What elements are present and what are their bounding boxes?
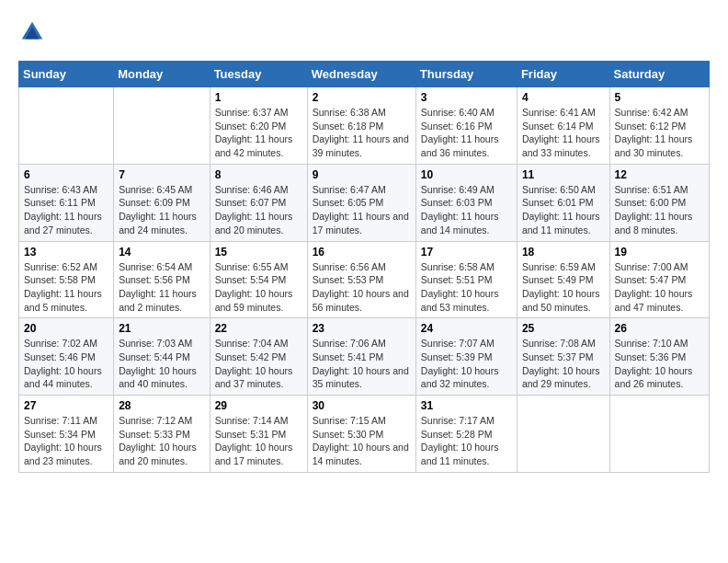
day-detail: Sunrise: 6:50 AMSunset: 6:01 PMDaylight:… bbox=[522, 184, 600, 236]
day-cell: 30Sunrise: 7:15 AMSunset: 5:30 PMDayligh… bbox=[307, 396, 415, 473]
day-cell: 22Sunrise: 7:04 AMSunset: 5:42 PMDayligh… bbox=[210, 318, 307, 396]
day-cell: 26Sunrise: 7:10 AMSunset: 5:36 PMDayligh… bbox=[609, 318, 709, 396]
day-cell: 20Sunrise: 7:02 AMSunset: 5:46 PMDayligh… bbox=[19, 318, 114, 396]
day-detail: Sunrise: 6:51 AMSunset: 6:00 PMDaylight:… bbox=[615, 184, 693, 236]
day-detail: Sunrise: 6:49 AMSunset: 6:03 PMDaylight:… bbox=[421, 184, 499, 236]
day-detail: Sunrise: 7:15 AMSunset: 5:30 PMDaylight:… bbox=[313, 415, 409, 466]
day-detail: Sunrise: 7:03 AMSunset: 5:44 PMDaylight:… bbox=[119, 338, 197, 389]
calendar-header-row: SundayMondayTuesdayWednesdayThursdayFrid… bbox=[19, 62, 710, 87]
logo bbox=[18, 18, 50, 46]
day-cell: 5Sunrise: 6:42 AMSunset: 6:12 PMDaylight… bbox=[609, 87, 709, 165]
day-number: 26 bbox=[615, 322, 704, 335]
calendar: SundayMondayTuesdayWednesdayThursdayFrid… bbox=[18, 61, 710, 473]
day-header-thursday: Thursday bbox=[415, 62, 517, 87]
day-detail: Sunrise: 6:38 AMSunset: 6:18 PMDaylight:… bbox=[313, 107, 409, 158]
day-number: 3 bbox=[421, 91, 512, 104]
day-cell: 10Sunrise: 6:49 AMSunset: 6:03 PMDayligh… bbox=[415, 164, 517, 241]
day-number: 28 bbox=[119, 399, 204, 412]
day-number: 22 bbox=[215, 322, 302, 335]
day-number: 30 bbox=[313, 399, 411, 412]
day-detail: Sunrise: 6:37 AMSunset: 6:20 PMDaylight:… bbox=[215, 107, 293, 158]
day-cell: 19Sunrise: 7:00 AMSunset: 5:47 PMDayligh… bbox=[609, 241, 709, 318]
day-cell: 28Sunrise: 7:12 AMSunset: 5:33 PMDayligh… bbox=[114, 396, 210, 473]
day-header-tuesday: Tuesday bbox=[210, 62, 307, 87]
day-cell: 14Sunrise: 6:54 AMSunset: 5:56 PMDayligh… bbox=[114, 241, 210, 318]
week-row-2: 6Sunrise: 6:43 AMSunset: 6:11 PMDaylight… bbox=[19, 164, 710, 241]
day-cell: 23Sunrise: 7:06 AMSunset: 5:41 PMDayligh… bbox=[307, 318, 415, 396]
day-cell: 16Sunrise: 6:56 AMSunset: 5:53 PMDayligh… bbox=[307, 241, 415, 318]
day-detail: Sunrise: 6:52 AMSunset: 5:58 PMDaylight:… bbox=[24, 261, 102, 313]
day-number: 11 bbox=[522, 168, 605, 181]
day-cell: 9Sunrise: 6:47 AMSunset: 6:05 PMDaylight… bbox=[307, 164, 415, 241]
day-cell: 27Sunrise: 7:11 AMSunset: 5:34 PMDayligh… bbox=[19, 396, 114, 473]
day-detail: Sunrise: 6:43 AMSunset: 6:11 PMDaylight:… bbox=[24, 184, 102, 236]
day-detail: Sunrise: 6:45 AMSunset: 6:09 PMDaylight:… bbox=[119, 184, 197, 236]
day-number: 23 bbox=[313, 322, 411, 335]
day-number: 19 bbox=[615, 246, 704, 259]
day-detail: Sunrise: 7:08 AMSunset: 5:37 PMDaylight:… bbox=[522, 338, 600, 389]
day-detail: Sunrise: 7:11 AMSunset: 5:34 PMDaylight:… bbox=[24, 415, 102, 466]
day-header-sunday: Sunday bbox=[19, 62, 114, 87]
day-cell: 7Sunrise: 6:45 AMSunset: 6:09 PMDaylight… bbox=[114, 164, 210, 241]
day-cell: 4Sunrise: 6:41 AMSunset: 6:14 PMDaylight… bbox=[517, 87, 609, 165]
day-number: 21 bbox=[119, 322, 204, 335]
day-cell: 29Sunrise: 7:14 AMSunset: 5:31 PMDayligh… bbox=[210, 396, 307, 473]
day-cell: 25Sunrise: 7:08 AMSunset: 5:37 PMDayligh… bbox=[517, 318, 609, 396]
day-number: 9 bbox=[313, 168, 411, 181]
day-number: 5 bbox=[615, 91, 704, 104]
week-row-1: 1Sunrise: 6:37 AMSunset: 6:20 PMDaylight… bbox=[19, 87, 710, 165]
day-cell: 21Sunrise: 7:03 AMSunset: 5:44 PMDayligh… bbox=[114, 318, 210, 396]
day-cell bbox=[517, 396, 609, 473]
day-detail: Sunrise: 6:58 AMSunset: 5:51 PMDaylight:… bbox=[421, 261, 499, 313]
day-number: 31 bbox=[421, 399, 512, 412]
day-number: 24 bbox=[421, 322, 512, 335]
day-number: 14 bbox=[119, 246, 204, 259]
day-detail: Sunrise: 6:42 AMSunset: 6:12 PMDaylight:… bbox=[615, 107, 693, 158]
day-cell bbox=[114, 87, 210, 165]
week-row-5: 27Sunrise: 7:11 AMSunset: 5:34 PMDayligh… bbox=[19, 396, 710, 473]
day-detail: Sunrise: 7:12 AMSunset: 5:33 PMDaylight:… bbox=[119, 415, 197, 466]
day-number: 4 bbox=[522, 91, 605, 104]
day-cell: 17Sunrise: 6:58 AMSunset: 5:51 PMDayligh… bbox=[415, 241, 517, 318]
day-detail: Sunrise: 6:41 AMSunset: 6:14 PMDaylight:… bbox=[522, 107, 600, 158]
day-detail: Sunrise: 7:17 AMSunset: 5:28 PMDaylight:… bbox=[421, 415, 499, 466]
day-number: 29 bbox=[215, 399, 302, 412]
day-cell: 6Sunrise: 6:43 AMSunset: 6:11 PMDaylight… bbox=[19, 164, 114, 241]
day-number: 8 bbox=[215, 168, 302, 181]
day-detail: Sunrise: 7:04 AMSunset: 5:42 PMDaylight:… bbox=[215, 338, 293, 389]
day-cell: 11Sunrise: 6:50 AMSunset: 6:01 PMDayligh… bbox=[517, 164, 609, 241]
day-cell: 1Sunrise: 6:37 AMSunset: 6:20 PMDaylight… bbox=[210, 87, 307, 165]
day-header-friday: Friday bbox=[517, 62, 609, 87]
day-number: 6 bbox=[24, 168, 108, 181]
day-number: 15 bbox=[215, 246, 302, 259]
day-detail: Sunrise: 6:40 AMSunset: 6:16 PMDaylight:… bbox=[421, 107, 499, 158]
day-detail: Sunrise: 7:07 AMSunset: 5:39 PMDaylight:… bbox=[421, 338, 499, 389]
day-detail: Sunrise: 7:14 AMSunset: 5:31 PMDaylight:… bbox=[215, 415, 293, 466]
day-number: 10 bbox=[421, 168, 512, 181]
day-detail: Sunrise: 6:54 AMSunset: 5:56 PMDaylight:… bbox=[119, 261, 197, 313]
day-cell: 31Sunrise: 7:17 AMSunset: 5:28 PMDayligh… bbox=[415, 396, 517, 473]
day-detail: Sunrise: 7:00 AMSunset: 5:47 PMDaylight:… bbox=[615, 261, 693, 313]
day-detail: Sunrise: 6:46 AMSunset: 6:07 PMDaylight:… bbox=[215, 184, 293, 236]
day-detail: Sunrise: 6:56 AMSunset: 5:53 PMDaylight:… bbox=[313, 261, 409, 313]
day-detail: Sunrise: 7:02 AMSunset: 5:46 PMDaylight:… bbox=[24, 338, 102, 389]
week-row-3: 13Sunrise: 6:52 AMSunset: 5:58 PMDayligh… bbox=[19, 241, 710, 318]
day-number: 18 bbox=[522, 246, 605, 259]
page-header bbox=[18, 18, 710, 46]
day-number: 20 bbox=[24, 322, 108, 335]
day-number: 17 bbox=[421, 246, 512, 259]
day-cell bbox=[19, 87, 114, 165]
day-number: 1 bbox=[215, 91, 302, 104]
day-number: 27 bbox=[24, 399, 108, 412]
day-cell: 12Sunrise: 6:51 AMSunset: 6:00 PMDayligh… bbox=[609, 164, 709, 241]
day-number: 16 bbox=[313, 246, 411, 259]
day-cell: 18Sunrise: 6:59 AMSunset: 5:49 PMDayligh… bbox=[517, 241, 609, 318]
logo-icon bbox=[18, 18, 46, 46]
day-number: 7 bbox=[119, 168, 204, 181]
day-cell bbox=[609, 396, 709, 473]
day-number: 12 bbox=[615, 168, 704, 181]
day-detail: Sunrise: 6:55 AMSunset: 5:54 PMDaylight:… bbox=[215, 261, 293, 313]
day-cell: 8Sunrise: 6:46 AMSunset: 6:07 PMDaylight… bbox=[210, 164, 307, 241]
day-header-monday: Monday bbox=[114, 62, 210, 87]
day-header-saturday: Saturday bbox=[609, 62, 709, 87]
